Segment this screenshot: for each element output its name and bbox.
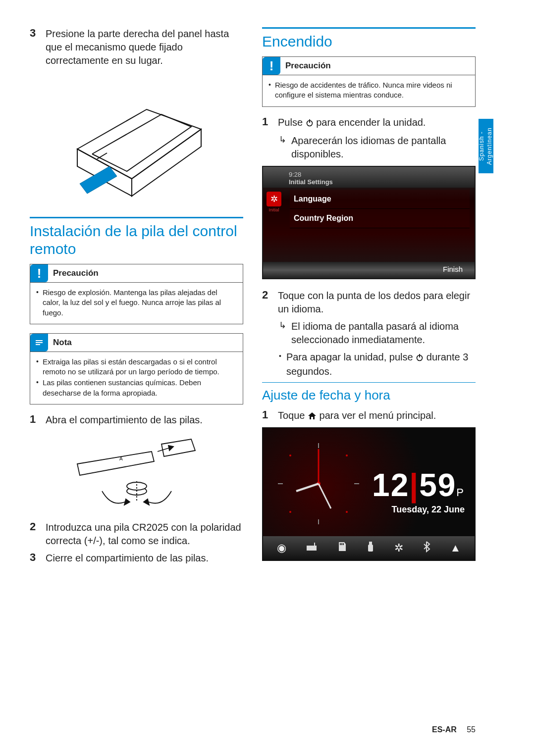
note-icon bbox=[30, 334, 48, 352]
svg-rect-38 bbox=[341, 543, 342, 545]
note-label: Nota bbox=[53, 338, 72, 348]
home-icon bbox=[308, 410, 317, 423]
caution-icon: ! bbox=[263, 57, 280, 75]
result-text: Aparecerán los idiomas de pantalla dispo… bbox=[291, 134, 476, 161]
svg-marker-8 bbox=[161, 439, 195, 456]
language-tab: Spanish - Argentinean bbox=[479, 119, 493, 173]
step-number: 3 bbox=[30, 27, 39, 67]
caution-item: Riesgo de explosión. Mantenga las pilas … bbox=[43, 288, 237, 318]
radio-icon[interactable] bbox=[306, 542, 318, 554]
caution-box: ! Precaución Riesgo de explosión. Manten… bbox=[30, 264, 243, 324]
section-title-power-on: Encendido bbox=[262, 33, 476, 50]
disc-icon[interactable]: ◉ bbox=[277, 542, 286, 554]
svg-text:A: A bbox=[119, 456, 123, 461]
svg-marker-21 bbox=[308, 412, 316, 419]
caution-item: Riesgo de accidentes de tráfico. Nunca m… bbox=[275, 80, 469, 101]
svg-rect-37 bbox=[340, 543, 341, 545]
finish-button[interactable]: Finish bbox=[443, 265, 463, 273]
svg-point-10 bbox=[127, 482, 147, 490]
step-number: 1 bbox=[30, 413, 39, 427]
bullet-text: Para apagar la unidad, pulse durante 3 s… bbox=[286, 351, 476, 378]
section-title-date-time: Ajuste de fecha y hora bbox=[262, 382, 476, 403]
figure-battery: A bbox=[30, 432, 243, 516]
gear-icon[interactable]: ✲ bbox=[394, 542, 403, 554]
step-number: 2 bbox=[262, 289, 271, 316]
svg-point-28 bbox=[289, 454, 291, 456]
digital-date: Tuesday, 22 June bbox=[372, 504, 465, 515]
svg-line-32 bbox=[296, 484, 319, 491]
digital-time: 12|59P bbox=[372, 467, 465, 504]
step-number: 1 bbox=[262, 116, 271, 130]
screenshot-initial-settings: 9:28 Initial Settings ✲ Initial Language… bbox=[262, 166, 476, 279]
svg-rect-41 bbox=[368, 545, 373, 552]
battery-step-1: 1 Abra el compartimiento de las pilas. bbox=[30, 413, 243, 427]
step-text: Presione la parte derecha del panel hast… bbox=[46, 27, 243, 67]
step-number: 3 bbox=[30, 552, 39, 565]
menu-row-language[interactable]: Language bbox=[290, 190, 470, 209]
note-item: Extraiga las pilas si están descargadas … bbox=[43, 357, 237, 377]
power-step-1: 1 Pulse para encender la unidad. bbox=[262, 116, 476, 130]
note-item: Las pilas contienen sustancias químicas.… bbox=[43, 378, 237, 398]
svg-marker-7 bbox=[77, 452, 154, 475]
sd-card-icon[interactable] bbox=[337, 541, 347, 555]
step-text: Pulse para encender la unidad. bbox=[278, 116, 426, 130]
power-step-2: 2 Toque con la punta de los dedos para e… bbox=[262, 289, 476, 316]
step-number: 2 bbox=[30, 521, 39, 548]
battery-step-3: 3 Cierre el compartimiento de las pilas. bbox=[30, 552, 243, 565]
date-step-1: 1 Toque para ver el menú principal. bbox=[262, 409, 476, 423]
analog-clock-icon bbox=[269, 434, 368, 533]
caution-icon: ! bbox=[30, 264, 48, 282]
svg-line-33 bbox=[319, 484, 331, 508]
step-3: 3 Presione la parte derecha del panel ha… bbox=[30, 27, 243, 67]
svg-marker-0 bbox=[77, 109, 201, 179]
power-icon bbox=[306, 117, 314, 130]
menu-row-country[interactable]: Country Region bbox=[290, 209, 470, 228]
footer-page: 55 bbox=[467, 725, 476, 734]
step-text: Cierre el compartimiento de las pilas. bbox=[46, 552, 209, 565]
power-icon bbox=[416, 352, 424, 365]
result-arrow-2: ↳ El idioma de pantalla pasará al idioma… bbox=[262, 320, 476, 347]
arrow-icon: ↳ bbox=[279, 134, 286, 161]
battery-step-2: 2 Introduzca una pila CR2025 con la pola… bbox=[30, 521, 243, 548]
gear-icon[interactable]: ✲ bbox=[267, 192, 281, 206]
note-box: Nota Extraiga las pilas si están descarg… bbox=[30, 333, 243, 404]
arrow-icon: ↳ bbox=[279, 320, 286, 347]
figure-panel-insert bbox=[30, 72, 243, 206]
result-text: El idioma de pantalla pasará al idioma s… bbox=[291, 320, 476, 347]
caution-box-2: ! Precaución Riesgo de accidentes de trá… bbox=[262, 56, 476, 107]
step-number: 1 bbox=[262, 409, 271, 423]
caution-label: Precaución bbox=[285, 61, 331, 71]
svg-rect-40 bbox=[369, 542, 372, 545]
svg-point-27 bbox=[346, 454, 348, 456]
caution-label: Precaución bbox=[53, 268, 99, 278]
bluetooth-icon[interactable] bbox=[423, 541, 430, 555]
up-triangle-icon[interactable]: ▲ bbox=[450, 542, 461, 554]
footer-lang: ES-AR bbox=[432, 725, 457, 734]
svg-marker-12 bbox=[124, 499, 130, 505]
svg-marker-13 bbox=[144, 499, 149, 505]
side-label: Initial bbox=[268, 207, 279, 212]
step-text: Toque para ver el menú principal. bbox=[278, 409, 436, 423]
svg-rect-39 bbox=[343, 543, 344, 545]
page-footer: ES-AR 55 bbox=[432, 725, 476, 734]
step-text: Introduzca una pila CR2025 con la polari… bbox=[46, 521, 243, 548]
usb-icon[interactable] bbox=[367, 541, 374, 555]
screenshot-clock: 12|59P Tuesday, 22 June ◉ ✲ ▲ bbox=[262, 427, 476, 561]
sub-bullet: • Para apagar la unidad, pulse durante 3… bbox=[262, 351, 476, 378]
svg-rect-34 bbox=[307, 546, 317, 551]
result-arrow: ↳ Aparecerán los idiomas de pantalla dis… bbox=[262, 134, 476, 161]
section-title-remote-battery: Instalación de la pila del control remot… bbox=[30, 222, 243, 258]
svg-point-30 bbox=[289, 511, 291, 513]
step-text: Abra el compartimiento de las pilas. bbox=[46, 413, 203, 427]
svg-point-29 bbox=[346, 511, 348, 513]
right-column: Encendido ! Precaución Riesgo de acciden… bbox=[262, 27, 476, 569]
screen-time: 9:28 bbox=[289, 171, 475, 178]
left-column: 3 Presione la parte derecha del panel ha… bbox=[30, 27, 243, 569]
screen-title: Initial Settings bbox=[289, 178, 475, 186]
page: 3 Presione la parte derecha del panel ha… bbox=[0, 0, 535, 569]
bottom-toolbar: ◉ ✲ ▲ bbox=[263, 536, 475, 560]
step-text: Toque con la punta de los dedos para ele… bbox=[278, 289, 476, 316]
